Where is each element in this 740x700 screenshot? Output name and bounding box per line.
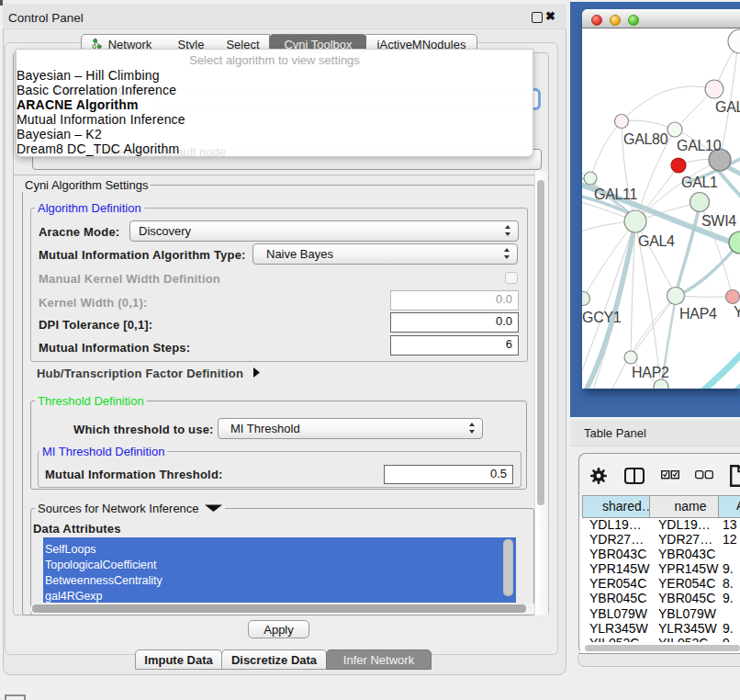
svg-text:SWI4: SWI4 — [701, 213, 736, 229]
svg-text:GAL80: GAL80 — [623, 131, 668, 147]
svg-text:GAL10: GAL10 — [677, 138, 722, 153]
svg-text:GCY1: GCY1 — [582, 310, 622, 325]
svg-text:GAL11: GAL11 — [594, 186, 638, 202]
svg-text:YJ: YJ — [734, 304, 740, 320]
svg-text:GAL4: GAL4 — [638, 233, 675, 249]
svg-text:GAL7: GAL7 — [715, 99, 740, 115]
svg-text:HAP2: HAP2 — [632, 365, 669, 380]
svg-text:HAP4: HAP4 — [679, 306, 717, 322]
svg-text:GAL1: GAL1 — [681, 175, 718, 190]
